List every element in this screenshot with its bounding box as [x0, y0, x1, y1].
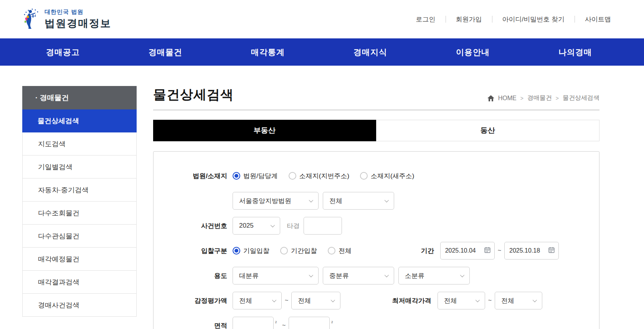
top-header: 대한민국 법원 법원경매정보 로그인 회원가입 아이디/비밀번호 찾기 사이트맵	[0, 0, 644, 38]
sidebar-header: · 경매물건	[22, 86, 137, 109]
radio-date-bid[interactable]: 기일입찰	[233, 246, 269, 255]
radio-bid-all[interactable]: 전체	[328, 246, 352, 255]
min-price-to-select[interactable]: 전체	[495, 292, 542, 309]
sidebar-item-car-machinery-search[interactable]: 자동차·중기검색	[22, 179, 137, 202]
usage-middle-select[interactable]: 중분류	[323, 267, 394, 284]
nav-auction-knowledge[interactable]: 경매지식	[353, 47, 387, 58]
sidebar: · 경매물건 물건상세검색 지도검색 기일별검색 자동차·중기검색 다수조회물건…	[22, 86, 137, 329]
case-number-label: 사건번호	[154, 222, 227, 230]
home-icon[interactable]	[487, 95, 494, 101]
appraisal-to-value: 전체	[298, 296, 311, 305]
find-id-password-link[interactable]: 아이디/비밀번호 찾기	[492, 15, 575, 24]
nav-auction-notice[interactable]: 경매공고	[46, 47, 80, 58]
calendar-icon[interactable]	[484, 247, 490, 255]
case-number-row: 사건번호 2025 타경	[154, 217, 599, 235]
brand-subtitle: 대한민국 법원	[45, 8, 111, 16]
usage-minor-value: 소분류	[405, 271, 424, 280]
sidebar-item-detail-search[interactable]: 물건상세검색	[22, 109, 137, 132]
case-year-select[interactable]: 2025	[233, 217, 280, 235]
appraisal-from-value: 전체	[239, 296, 252, 305]
usage-major-select[interactable]: 대분류	[233, 267, 319, 284]
chevron-down-icon	[385, 198, 389, 202]
appraisal-to-select[interactable]: 전체	[291, 292, 340, 309]
radio-unchecked-icon	[360, 172, 368, 180]
chevron-down-icon	[309, 198, 313, 202]
nav-sale-statistics[interactable]: 매각통계	[251, 47, 285, 58]
nav-auction-items[interactable]: 경매물건	[149, 47, 182, 58]
calendar-icon[interactable]	[548, 247, 555, 255]
court-select[interactable]: 서울중앙지방법원	[233, 192, 319, 210]
period-label: 기간	[421, 246, 434, 255]
chevron-down-icon	[385, 273, 389, 277]
appraisal-label: 감정평가액	[154, 296, 227, 305]
usage-middle-value: 중분류	[329, 271, 349, 280]
category-tabs: 부동산 동산	[153, 120, 599, 141]
site-logo[interactable]: 대한민국 법원 법원경매정보	[21, 8, 111, 31]
breadcrumb-separator: >	[520, 95, 523, 101]
tab-real-estate[interactable]: 부동산	[153, 120, 376, 141]
case-year-value: 2025	[239, 222, 254, 230]
min-price-tilde: ~	[488, 297, 492, 304]
title-row: 물건상세검색 HOME > 경매물건 > 물건상세검색	[153, 86, 599, 110]
nav-user-guide[interactable]: 이용안내	[456, 47, 490, 58]
area-row: 면적 ² ~ ²	[154, 317, 599, 329]
case-number-input[interactable]	[304, 217, 342, 235]
join-link[interactable]: 회원가입	[446, 15, 492, 24]
period-to-input[interactable]: 2025.10.18	[504, 242, 559, 260]
period-from-value: 2025.10.04	[445, 247, 476, 254]
chevron-down-icon	[309, 273, 313, 277]
court-location-label: 법원/소재지	[154, 172, 227, 180]
brand-title: 법원경매정보	[45, 17, 111, 30]
department-select[interactable]: 전체	[323, 192, 394, 210]
radio-unchecked-icon	[289, 172, 296, 180]
area-from-input[interactable]	[233, 317, 274, 329]
min-price-from-value: 전체	[444, 296, 457, 305]
sidebar-item-most-favorited[interactable]: 다수관심물건	[22, 225, 137, 248]
tab-movable[interactable]: 동산	[376, 120, 600, 141]
min-price-from-select[interactable]: 전체	[438, 292, 485, 309]
radio-court-department[interactable]: 법원/담당계	[233, 172, 278, 180]
area-to-input[interactable]	[289, 317, 330, 329]
usage-label: 용도	[154, 271, 227, 280]
nav-my-auction[interactable]: 나의경매	[558, 47, 592, 58]
court-select-row: 서울중앙지방법원 전체	[154, 192, 599, 210]
appraisal-tilde: ~	[285, 297, 288, 304]
area-unit: ²	[331, 320, 333, 326]
sidebar-item-scheduled-sale[interactable]: 매각예정물건	[22, 248, 137, 271]
login-link[interactable]: 로그인	[406, 15, 446, 24]
sidebar-item-sale-results[interactable]: 매각결과검색	[22, 271, 137, 294]
chevron-down-icon	[475, 298, 479, 302]
usage-major-value: 대분류	[239, 271, 259, 280]
main-panel: 물건상세검색 HOME > 경매물건 > 물건상세검색 부동산 동산 법원/소재…	[153, 86, 599, 329]
breadcrumb-home[interactable]: HOME	[498, 95, 517, 102]
department-select-value: 전체	[329, 197, 342, 205]
sidebar-item-map-search[interactable]: 지도검색	[22, 132, 137, 155]
period-group: 기간 2025.10.04 ~ 2025.10.18	[421, 242, 559, 260]
radio-label: 기간입찰	[291, 246, 317, 255]
radio-label: 소재지(지번주소)	[299, 172, 349, 180]
radio-unchecked-icon	[328, 247, 335, 255]
radio-period-bid[interactable]: 기간입찰	[280, 246, 317, 255]
usage-minor-select[interactable]: 소분류	[398, 267, 470, 284]
area-unit: ²	[275, 320, 277, 326]
min-price-to-value: 전체	[501, 296, 514, 305]
content-area: · 경매물건 물건상세검색 지도검색 기일별검색 자동차·중기검색 다수조회물건…	[0, 66, 644, 329]
price-row: 감정평가액 전체 ~ 전체 최저매각가격 전체 ~	[154, 292, 599, 309]
radio-location-new-address[interactable]: 소재지(새주소)	[360, 172, 414, 180]
court-location-row: 법원/소재지 법원/담당계 소재지(지번주소) 소재지(새주소)	[154, 167, 599, 185]
period-from-input[interactable]: 2025.10.04	[440, 242, 495, 260]
period-tilde: ~	[498, 247, 501, 254]
radio-location-lot-address[interactable]: 소재지(지번주소)	[289, 172, 349, 180]
breadcrumb-level1[interactable]: 경매물건	[527, 94, 552, 102]
chevron-down-icon	[272, 298, 276, 302]
sitemap-link[interactable]: 사이트맵	[575, 15, 621, 24]
sidebar-item-case-search[interactable]: 경매사건검색	[22, 294, 137, 317]
chevron-down-icon	[460, 273, 464, 277]
sidebar-item-date-search[interactable]: 기일별검색	[22, 155, 137, 179]
bid-type-row: 입찰구분 기일입찰 기간입찰 전체 기간 2025.10.04	[154, 242, 599, 260]
sidebar-item-most-viewed[interactable]: 다수조회물건	[22, 202, 137, 225]
chevron-down-icon	[271, 223, 275, 227]
appraisal-from-select[interactable]: 전체	[233, 292, 282, 309]
radio-label: 전체	[339, 246, 352, 255]
utility-links: 로그인 회원가입 아이디/비밀번호 찾기 사이트맵	[406, 15, 621, 24]
